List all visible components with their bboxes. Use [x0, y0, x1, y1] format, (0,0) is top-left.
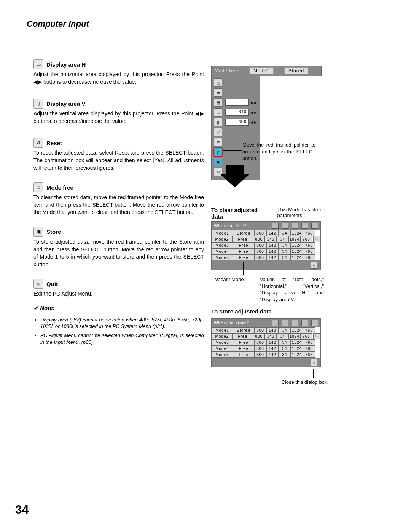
menu-list: △ ▭ ▤1◀▶ ▭640◀▶ ▯480◀▶ ▽ ↺ ⎌ ▣ ⎋: [211, 76, 260, 180]
table-row[interactable]: Mode2Free800142341024768⇐: [212, 333, 320, 339]
section-display-v: ▯ Display area V Adjust the vertical are…: [33, 99, 204, 125]
where-to-store-table: Where to store? Mode1Stored8001423410247…: [211, 318, 321, 367]
close-callout: Close this dialog box.: [275, 379, 328, 386]
note-item: PC Adjust Menu cannot be selected when C…: [40, 332, 204, 345]
header-col-icon: [292, 320, 298, 326]
store-icon: ▣: [33, 227, 43, 237]
table-header: Where to store?: [212, 319, 320, 327]
row-pointer-icon: ⇐: [313, 333, 320, 339]
header-col-icon: [282, 223, 288, 229]
pc-adjust-menu: Mode free Mode1 Stored △ ▭ ▤1◀▶ ▭640◀▶ ▯…: [211, 66, 325, 180]
table-footer: ⎋: [212, 260, 320, 270]
table-row[interactable]: Mode4Free800142341024768: [212, 248, 320, 254]
table-row[interactable]: Mode4Free800142341024768: [212, 345, 320, 351]
right-column: Mode free Mode1 Stored △ ▭ ▤1◀▶ ▭640◀▶ ▯…: [211, 66, 325, 367]
table-row[interactable]: Mode5Free800142341024768: [212, 351, 320, 358]
reset-body: To reset the adjusted data, select Reset…: [33, 149, 204, 172]
tab-mode-free: Mode free: [215, 68, 239, 73]
header-col-icon: [282, 320, 288, 326]
title-underline: [0, 34, 411, 34]
section-display-h: ▭ Display area H Adjust the horizontal a…: [33, 59, 204, 86]
store-body: To store adjusted data, move the red fra…: [33, 238, 204, 268]
header-col-icon: [311, 320, 318, 326]
down-arrow-icon[interactable]: ▽: [214, 128, 222, 136]
mode-free-body: To clear the stored data, move the red f…: [33, 194, 204, 216]
quit-icon: ⎋: [33, 279, 43, 289]
reset-icon: ↺: [33, 138, 43, 148]
menu-tabs: Mode free Mode1 Stored: [211, 66, 322, 76]
table-header: Where to free?: [212, 222, 320, 230]
clear-title: To clear adjusted data: [211, 207, 270, 220]
item-icon[interactable]: ▤: [214, 98, 222, 107]
reset-item-icon[interactable]: ↺: [214, 138, 222, 146]
quit-title: Quit: [46, 281, 58, 287]
big-arrow-icon: [220, 165, 250, 187]
values-callout: Values of "Total dots," "Horizontal," "V…: [260, 276, 324, 303]
item-icon[interactable]: ▯: [214, 118, 222, 126]
tab-stored: Stored: [284, 67, 308, 74]
mode-free-title: Mode free: [46, 184, 73, 191]
display-v-icon: ▯: [33, 99, 43, 109]
lr-arrows-icon[interactable]: ◀▶: [250, 101, 257, 105]
value-box[interactable]: 1: [225, 99, 249, 106]
note-list: Display area (H/V) cannot be selected wh…: [33, 316, 204, 345]
value-box[interactable]: 640: [225, 109, 249, 116]
header-col-icon: [301, 223, 308, 229]
lr-arrows-icon[interactable]: ◀▶: [250, 120, 257, 125]
page-title: Computer Input: [27, 19, 384, 29]
quit-body: Exit the PC Adjust Menu.: [33, 290, 204, 298]
store-item[interactable]: ▣: [214, 158, 222, 166]
display-v-title: Display area V: [46, 101, 86, 107]
table-header-title: Where to free?: [214, 224, 247, 228]
close-icon[interactable]: ⎋: [311, 262, 317, 269]
row-pointer-icon: ⇐: [313, 236, 320, 242]
clear-side-note: This Mode has stored parameters .: [277, 207, 325, 220]
mode-free-item-selected[interactable]: ⎌: [214, 148, 222, 156]
page: Computer Input ▭ Display area H Adjust t…: [0, 0, 411, 532]
table-row[interactable]: Mode3Free800142341024768: [212, 242, 320, 248]
table-header-title: Where to store?: [214, 321, 249, 325]
store-title: Store: [46, 228, 61, 235]
section-quit: ⎋ Quit Exit the PC Adjust Menu.: [33, 279, 204, 298]
table-row[interactable]: Mode5Free800142341024768: [212, 254, 320, 260]
lr-arrows-icon[interactable]: ◀▶: [250, 110, 257, 115]
up-arrow-icon[interactable]: △: [214, 78, 222, 87]
section-store: ▣ Store To store adjusted data, move the…: [33, 227, 204, 268]
table-row[interactable]: Mode1Stored800142341024768: [212, 230, 320, 236]
header-col-icon: [301, 320, 308, 326]
header-col-icon: [272, 320, 279, 326]
pointer-hint: Move the red framed pointer to an item a…: [242, 142, 315, 162]
display-h-body: Adjust the horizontal area displayed by …: [33, 71, 204, 86]
note-item: Display area (H/V) cannot be selected wh…: [40, 316, 204, 330]
header-col-icon: [292, 223, 298, 229]
display-h-icon: ▭: [33, 59, 43, 69]
vacant-mode-callout: Vacant Mode: [215, 276, 257, 283]
store-data-block: To store adjusted data Where to store? M…: [211, 308, 325, 367]
table-row[interactable]: Mode3Free800142341024768: [212, 339, 320, 345]
note-heading: ✔ Note:: [33, 305, 204, 312]
tab-mode1: Mode1: [249, 67, 274, 74]
clear-data-block: To clear adjusted data This Mode has sto…: [211, 207, 325, 270]
item-icon[interactable]: ▭: [214, 108, 222, 117]
where-to-free-table: Where to free? Mode1Stored80014234102476…: [211, 221, 321, 270]
table-row[interactable]: Mode1Stored800142341024768: [212, 327, 320, 333]
section-mode-free: ⎌ Mode free To clear the stored data, mo…: [33, 182, 204, 216]
display-area-icon[interactable]: ▭: [214, 88, 222, 97]
page-number: 34: [15, 503, 29, 517]
display-h-title: Display area H: [46, 61, 86, 68]
table-footer: ⎋: [212, 358, 320, 367]
left-column: ▭ Display area H Adjust the horizontal a…: [33, 59, 204, 350]
header-col-icon: [272, 223, 279, 229]
mode-free-icon: ⎌: [33, 182, 43, 192]
reset-title: Reset: [46, 140, 62, 146]
value-box[interactable]: 480: [225, 119, 249, 126]
header-col-icon: [311, 223, 318, 229]
store-title: To store adjusted data: [211, 308, 325, 315]
table-row[interactable]: Mode2Free800142341024768⇐: [212, 236, 320, 242]
section-reset: ↺ Reset To reset the adjusted data, sele…: [33, 138, 204, 172]
display-v-body: Adjust the vertical area displayed by th…: [33, 110, 204, 125]
close-icon[interactable]: ⎋: [311, 359, 317, 366]
